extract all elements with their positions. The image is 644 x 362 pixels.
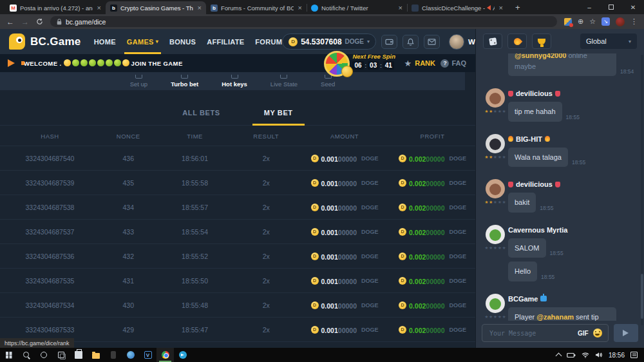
start-taskbar-icon[interactable] — [0, 348, 17, 362]
nav-item-affiliate[interactable]: AFFILIATE▾ — [207, 29, 244, 54]
phone-taskbar-icon[interactable] — [104, 348, 122, 362]
tab-my-bet[interactable]: MY BET — [264, 109, 293, 117]
messages-button[interactable] — [424, 35, 440, 49]
taskview-taskbar-icon[interactable] — [52, 348, 70, 362]
send-button[interactable] — [614, 324, 638, 342]
vs-taskbar-icon[interactable]: V — [139, 348, 156, 362]
balance-selector[interactable]: D 54.5307608 DOGE ▾ — [282, 33, 376, 50]
action-center-icon[interactable] — [630, 352, 638, 358]
close-button[interactable]: ✕ — [622, 0, 644, 14]
rank-link[interactable]: ★ RANK — [404, 59, 435, 68]
reload-button[interactable] — [36, 18, 43, 25]
bet-row[interactable]: 3324304687539 435 18:55:58 2x D 0.001000… — [0, 171, 475, 195]
bcgame-logo[interactable]: BC.Game — [9, 33, 81, 50]
chat-username[interactable]: devilicious — [508, 180, 638, 188]
browser-tab[interactable]: Notifiche / Twitter × — [307, 1, 407, 14]
edge-taskbar-icon[interactable] — [122, 348, 139, 362]
explorer-taskbar-icon[interactable] — [87, 348, 104, 362]
bet-row[interactable]: 3324304687538 434 18:55:57 2x D 0.001000… — [0, 195, 475, 220]
chat-input-box[interactable]: GIF — [482, 324, 609, 342]
avatar[interactable] — [486, 225, 505, 244]
battery-icon[interactable] — [567, 352, 576, 358]
avatar[interactable] — [486, 88, 505, 108]
wifi-icon[interactable] — [582, 352, 589, 358]
bet-row[interactable]: 3324304687534 430 18:55:48 2x D 0.001000… — [0, 293, 475, 318]
wallet-button[interactable] — [381, 35, 397, 49]
nav-item-games[interactable]: GAMES▾ — [127, 29, 158, 54]
tab-close-icon[interactable]: × — [96, 5, 101, 12]
avatar[interactable] — [486, 179, 505, 198]
chat-username[interactable]: BCGame — [508, 295, 638, 303]
maximize-button[interactable] — [600, 0, 622, 14]
gif-button[interactable]: GIF — [578, 330, 589, 337]
free-spin-widget[interactable]: Next Free Spin 06: 03: 41 — [324, 51, 395, 77]
bet-row[interactable]: 3324304687535 431 18:55:50 2x D 0.001000… — [0, 269, 475, 293]
search-taskbar-icon[interactable] — [17, 348, 35, 362]
join-the-game-label[interactable]: JOIN THE GAME — [131, 60, 183, 67]
target-icon[interactable]: ⊕ — [578, 17, 583, 26]
extension-icon[interactable] — [564, 18, 572, 26]
user-menu[interactable]: Wolfero ▾ — [449, 34, 475, 50]
tab-close-icon[interactable]: × — [297, 5, 302, 12]
tab-close-icon[interactable]: × — [498, 5, 503, 12]
bcgame-logo-icon — [9, 33, 25, 50]
chat-username[interactable]: Cavernous Myrtia — [508, 226, 638, 234]
minimize-button[interactable]: – — [578, 0, 600, 14]
game-control-turbo-bet[interactable]: Turbo bet — [171, 72, 198, 90]
chat-username[interactable]: BIG-HIT — [508, 135, 638, 143]
emoji-picker-icon[interactable] — [593, 329, 602, 338]
chat-username[interactable]: devilicious — [508, 90, 638, 97]
forward-button[interactable]: → — [21, 18, 29, 26]
nav-item-home[interactable]: HOME▾ — [94, 29, 116, 54]
game-control-hot-keys[interactable]: Hot keys — [222, 72, 247, 90]
chrome-menu-icon[interactable]: ⋮ — [630, 17, 638, 26]
browser-tab[interactable]: M Posta in arrivo (4.272) - andreaja × — [5, 1, 106, 14]
avatar[interactable] — [486, 294, 505, 313]
pointer-extension-icon[interactable]: ↘ — [601, 17, 610, 26]
spin-wheel-icon[interactable] — [324, 51, 350, 77]
browser-tab[interactable]: b Forums - Community of BC.Gam × — [206, 1, 307, 14]
browser-tab[interactable]: b Crypto Casino Games - The 8 Be × — [106, 1, 206, 14]
game-control-live-state[interactable]: Live State — [270, 72, 298, 90]
game-control-set-up[interactable]: Set up — [130, 72, 147, 90]
back-button[interactable]: ← — [6, 18, 14, 26]
clock[interactable]: 18:56 — [609, 352, 625, 359]
doge-coin-icon: D — [311, 301, 319, 309]
game-control-icon — [181, 75, 188, 79]
notifications-button[interactable] — [402, 35, 419, 49]
chat-promo-button[interactable] — [507, 33, 527, 49]
chat-message-input[interactable] — [488, 329, 573, 338]
browser-profile-avatar[interactable] — [616, 17, 625, 26]
nav-item-bonus[interactable]: BONUS▾ — [169, 29, 196, 54]
nav-item-forum[interactable]: FORUM▾ — [255, 29, 282, 54]
bet-nonce: 433 — [100, 228, 157, 236]
volume-icon[interactable] — [595, 352, 603, 358]
chrome-taskbar-icon[interactable] — [156, 348, 174, 362]
doge-coin-icon: D — [289, 37, 298, 46]
new-tab-button[interactable]: + — [507, 3, 528, 14]
address-bar[interactable]: bc.game/dice — [50, 16, 557, 27]
bet-row[interactable]: 3324304687536 432 18:55:52 2x D 0.001000… — [0, 244, 475, 269]
chat-contest-button[interactable] — [532, 33, 551, 49]
tab-all-bets[interactable]: ALL BETS — [182, 109, 220, 117]
tab-close-icon[interactable]: × — [196, 5, 202, 12]
faq-link[interactable]: ? FAQ — [440, 59, 466, 68]
chat-games-button[interactable] — [483, 33, 502, 49]
cortana-taskbar-icon[interactable] — [35, 348, 52, 362]
chat-channel-select[interactable]: Global ▾ — [580, 33, 637, 49]
telegram-taskbar-icon[interactable] — [174, 348, 191, 362]
bookmark-star-icon[interactable]: ☆ — [589, 17, 596, 26]
chat-message: ★★★★★ BIG-HIT Wala na talaga 18:55 — [482, 134, 638, 171]
chat-scrollbar[interactable] — [641, 55, 643, 325]
tray-expand-icon[interactable] — [556, 353, 562, 359]
avatar[interactable] — [486, 134, 505, 153]
bet-row[interactable]: 3324304687540 436 18:56:01 2x D 0.001000… — [0, 146, 475, 171]
tab-close-icon[interactable]: × — [397, 5, 402, 12]
store-taskbar-icon[interactable] — [70, 348, 87, 362]
forum-icon: b — [211, 5, 218, 12]
fire-emoji-icon — [545, 136, 550, 142]
browser-tab[interactable]: ClassicDiceChallenge - Annou × — [407, 1, 507, 14]
bet-row[interactable]: 3324304687537 433 18:55:54 2x D 0.001000… — [0, 220, 475, 244]
chat-input-bar: GIF — [482, 324, 638, 342]
column-header-result: RESULT — [233, 133, 299, 140]
